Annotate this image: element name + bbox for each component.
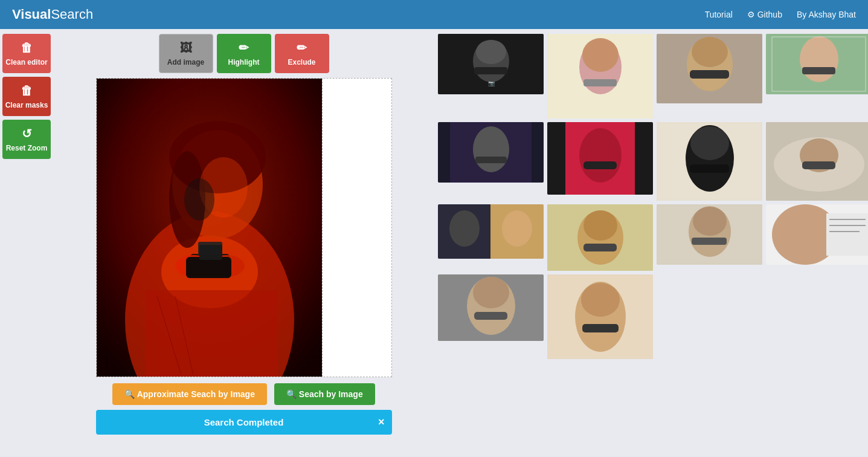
tutorial-link[interactable]: Tutorial — [705, 10, 733, 19]
search-button[interactable]: 🔍 Seach by Image — [274, 383, 375, 405]
result-image-6[interactable] — [547, 122, 653, 195]
svg-point-30 — [692, 37, 728, 67]
result-image-10[interactable] — [547, 204, 653, 271]
svg-point-53 — [449, 210, 480, 247]
toolbar: 🗑 Clean editor 🗑 Clear masks ↺ Reset Zoo… — [0, 29, 54, 457]
svg-point-37 — [473, 126, 509, 172]
header-nav: Tutorial ⚙ Github By Akshay Bhat — [705, 10, 856, 19]
clear-masks-button[interactable]: 🗑 Clear masks — [2, 77, 51, 116]
search-icon-main: 🔍 — [286, 389, 299, 399]
refresh-icon: ↺ — [22, 126, 32, 141]
main-image-svg — [97, 79, 323, 377]
svg-point-41 — [579, 128, 622, 183]
svg-rect-29 — [690, 70, 729, 79]
result-svg-6 — [547, 122, 653, 195]
results-grid: 📷 — [433, 29, 868, 457]
svg-rect-57 — [583, 244, 617, 251]
svg-point-76 — [581, 283, 620, 317]
svg-point-58 — [583, 210, 617, 241]
result-svg-1: 📷 — [438, 34, 544, 94]
image-icon: 🖼 — [180, 41, 192, 55]
result-image-9[interactable] — [438, 204, 544, 259]
result-image-8[interactable] — [766, 122, 868, 201]
svg-rect-45 — [690, 164, 729, 173]
svg-rect-50 — [802, 161, 835, 169]
result-image-1[interactable]: 📷 — [438, 34, 544, 94]
svg-rect-71 — [474, 312, 507, 320]
result-image-5[interactable] — [438, 122, 544, 183]
result-image-3[interactable] — [657, 34, 762, 103]
highlight-button[interactable]: ✏ Highlight — [217, 34, 271, 73]
github-icon: ⚙ — [747, 10, 757, 19]
svg-rect-42 — [583, 161, 617, 169]
svg-point-21 — [476, 40, 506, 64]
add-image-button[interactable]: 🖼 Add image — [159, 34, 213, 73]
search-icon-approx: 🔍 — [124, 389, 137, 399]
result-image-4[interactable] — [766, 34, 868, 94]
trash2-icon: 🗑 — [21, 84, 33, 98]
logo-light: Search — [51, 7, 93, 22]
svg-point-10 — [184, 178, 214, 221]
svg-rect-33 — [802, 67, 835, 74]
svg-rect-25 — [583, 79, 617, 86]
main-image — [97, 79, 323, 377]
svg-point-46 — [690, 126, 729, 160]
result-svg-11 — [657, 204, 762, 265]
search-completed-bar: Search Completed × — [96, 410, 392, 435]
svg-rect-11 — [145, 290, 278, 377]
exclude-button[interactable]: ✏ Exclude — [275, 34, 329, 73]
result-svg-14 — [547, 274, 653, 359]
svg-rect-61 — [692, 238, 727, 245]
search-completed-text: Search Completed — [204, 417, 284, 427]
approximate-search-button[interactable]: 🔍 Approximate Seach by Image — [112, 383, 267, 405]
svg-point-72 — [473, 277, 509, 308]
result-svg-12 — [766, 204, 868, 265]
clean-editor-button[interactable]: 🗑 Clean editor — [2, 34, 51, 73]
canvas-area: 🖼 Add image ✏ Highlight ✏ Exclude — [54, 29, 433, 457]
result-image-7[interactable] — [657, 122, 762, 201]
github-link[interactable]: ⚙ Github — [747, 10, 782, 19]
logo-bold: Visual — [12, 7, 51, 22]
svg-rect-17 — [199, 245, 222, 260]
svg-rect-75 — [582, 324, 619, 332]
result-svg-10 — [547, 204, 653, 271]
header: VisualSearch Tutorial ⚙ Github By Akshay… — [0, 0, 868, 29]
result-svg-8 — [766, 122, 868, 201]
result-svg-3 — [657, 34, 762, 103]
logo: VisualSearch — [12, 7, 93, 22]
result-svg-5 — [438, 122, 544, 183]
close-button[interactable]: × — [378, 416, 385, 429]
svg-point-26 — [582, 38, 619, 72]
main-layout: 🗑 Clean editor 🗑 Clear masks ↺ Reset Zoo… — [0, 29, 868, 457]
highlight-icon: ✏ — [239, 41, 249, 55]
result-image-11[interactable] — [657, 204, 762, 265]
trash-icon: 🗑 — [21, 41, 33, 55]
result-svg-13 — [438, 274, 544, 341]
result-image-12[interactable] — [766, 204, 868, 265]
svg-rect-38 — [475, 157, 507, 163]
editor-canvas — [96, 78, 392, 377]
svg-rect-16 — [186, 257, 231, 278]
svg-point-62 — [693, 207, 727, 236]
exclude-icon: ✏ — [297, 41, 307, 55]
result-image-13[interactable] — [438, 274, 544, 341]
action-buttons: 🔍 Approximate Seach by Image 🔍 Seach by … — [112, 383, 375, 405]
author-label: By Akshay Bhat — [797, 10, 856, 19]
svg-point-32 — [800, 36, 838, 82]
editor-right-panel — [322, 79, 391, 377]
svg-rect-20 — [474, 67, 507, 74]
result-image-2[interactable] — [547, 34, 653, 118]
top-tools: 🖼 Add image ✏ Highlight ✏ Exclude — [159, 34, 329, 73]
result-svg-9 — [438, 204, 544, 259]
result-svg-2 — [547, 34, 653, 118]
svg-text:📷: 📷 — [488, 80, 495, 87]
result-image-14[interactable] — [547, 274, 653, 359]
result-svg-4 — [766, 34, 868, 94]
canvas-wrapper: 🖼 Add image ✏ Highlight ✏ Exclude — [96, 34, 392, 435]
svg-point-54 — [502, 210, 532, 247]
result-svg-7 — [657, 122, 762, 201]
reset-zoom-button[interactable]: ↺ Reset Zoom — [2, 120, 51, 159]
